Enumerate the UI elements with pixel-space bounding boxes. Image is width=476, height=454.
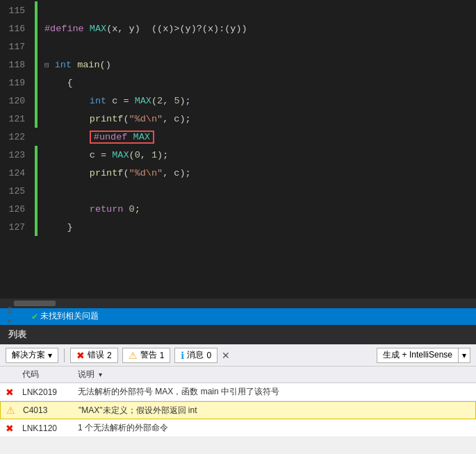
code-editor: 115 116 #define MAX(x, y) ((x)>(y)?(x):(… — [0, 0, 476, 299]
line-num-117: 117 — [0, 42, 35, 52]
check-icon: ✔ — [32, 310, 38, 322]
line-content-120: int c = MAX(2, 5); — [38, 96, 191, 106]
info-icon: ℹ — [181, 350, 184, 361]
line-num-116: 116 — [0, 24, 35, 34]
info-label: 消息 — [187, 349, 204, 361]
code-line-119: 119 { — [0, 74, 476, 92]
code-line-127: 127 } — [0, 218, 476, 236]
warning-filter-btn[interactable]: ⚠ 警告 1 — [122, 348, 171, 363]
error-row-icon-1: ⚠ — [6, 405, 23, 416]
error-row-desc-0: 无法解析的外部符号 MAX，函数 main 中引用了该符号 — [78, 386, 470, 398]
warning-label: 警告 — [140, 349, 157, 361]
error-panel-title: 列表 — [8, 328, 26, 341]
error-row-code-1: C4013 — [23, 405, 79, 415]
green-indicator — [35, 37, 38, 56]
line-num-126: 126 — [0, 204, 35, 215]
code-line-120: 120 int c = MAX(2, 5); — [0, 92, 476, 110]
error-filter-btn[interactable]: ✖ 错误 2 — [70, 348, 118, 363]
line-num-123: 123 — [0, 150, 35, 160]
error-rows: ✖ LNK2019 无法解析的外部符号 MAX，函数 main 中引用了该符号 … — [0, 383, 476, 437]
line-num-118: 118 — [0, 60, 35, 70]
code-line-123: 123 c = MAX(0, 1); — [0, 146, 476, 164]
error-panel-header: 列表 — [0, 325, 476, 344]
status-bar: 6 ▾ ✔ 未找到相关问题 — [0, 308, 476, 323]
filter-icon: ✕ — [222, 350, 230, 361]
code-line-116: 116 #define MAX(x, y) ((x)>(y)?(x):(y)) — [0, 19, 476, 37]
line-num-120: 120 — [0, 96, 35, 106]
line-num-119: 119 — [0, 78, 35, 88]
line-num-124: 124 — [0, 168, 35, 178]
line-content-127: } — [38, 222, 73, 233]
line-num-122: 122 — [0, 132, 35, 142]
desc-column-header[interactable]: 说明 ▾ — [78, 369, 470, 380]
warning-icon: ⚠ — [129, 350, 138, 361]
code-line-115: 115 — [0, 1, 476, 19]
line-num-121: 121 — [0, 114, 35, 124]
warning-icon-1: ⚠ — [6, 405, 15, 416]
error-row-c4013[interactable]: ⚠ C4013 "MAX"未定义；假设外部返回 int — [0, 401, 476, 419]
error-row-code-2: LNK1120 — [22, 423, 78, 433]
status-check: ✔ 未找到相关问题 — [32, 310, 99, 322]
green-indicator — [35, 182, 38, 200]
code-line-118: 118 ⊟ int main() — [0, 56, 476, 74]
build-intellisense-btn[interactable]: 生成 + IntelliSense ▾ — [377, 348, 470, 363]
error-icon: ✖ — [76, 350, 85, 361]
status-text: 未找到相关问题 — [40, 310, 99, 322]
error-icon-2: ✖ — [6, 423, 14, 434]
code-line-117: 117 — [0, 37, 476, 56]
info-count: 0 — [206, 351, 211, 360]
error-column-headers: 代码 说明 ▾ — [0, 367, 476, 383]
error-row-lnk1120[interactable]: ✖ LNK1120 1 个无法解析的外部命令 — [0, 419, 476, 437]
code-line-126: 126 return 0; — [0, 200, 476, 218]
green-indicator — [35, 1, 38, 19]
error-label: 错误 — [88, 349, 104, 361]
line-content-116: #define MAX(x, y) ((x)>(y)?(x):(y)) — [38, 24, 247, 34]
line-num-115: 115 — [0, 6, 35, 16]
error-toolbar: 解决方案 ▾ ✖ 错误 2 ⚠ 警告 1 ℹ 消息 0 ✕ 生成 + Intel… — [0, 344, 476, 367]
line-content-123: c = MAX(0, 1); — [38, 150, 168, 160]
warning-count: 1 — [160, 351, 165, 360]
error-panel: 列表 解决方案 ▾ ✖ 错误 2 ⚠ 警告 1 ℹ 消息 0 ✕ 生成 + In… — [0, 323, 476, 454]
build-label: 生成 + IntelliSense — [377, 349, 458, 361]
error-count: 2 — [107, 351, 112, 360]
error-row-code-0: LNK2019 — [22, 387, 78, 397]
line-content-119: { — [38, 78, 73, 88]
code-line-125: 125 — [0, 182, 476, 200]
horizontal-scrollbar[interactable] — [0, 299, 476, 308]
chevron-down-icon: ▾ — [48, 351, 52, 360]
line-content-124: printf("%d\n", c); — [38, 168, 191, 178]
code-line-122: 122 #undef MAX — [0, 128, 476, 146]
code-line-124: 124 printf("%d\n", c); — [0, 164, 476, 182]
error-row-lnk2019[interactable]: ✖ LNK2019 无法解析的外部符号 MAX，函数 main 中引用了该符号 — [0, 383, 476, 401]
error-row-desc-2: 1 个无法解析的外部命令 — [78, 422, 470, 434]
separator — [64, 348, 65, 362]
error-row-icon-0: ✖ — [6, 387, 22, 398]
error-row-desc-1: "MAX"未定义；假设外部返回 int — [79, 405, 470, 417]
code-lines: 115 116 #define MAX(x, y) ((x)>(y)?(x):(… — [0, 0, 476, 236]
solution-dropdown[interactable]: 解决方案 ▾ — [6, 348, 58, 363]
line-num-127: 127 — [0, 222, 35, 233]
code-column-header[interactable]: 代码 — [22, 369, 78, 380]
line-content-118: ⊟ int main() — [38, 60, 111, 70]
error-icon-0: ✖ — [6, 387, 14, 398]
error-row-icon-2: ✖ — [6, 423, 22, 434]
line-content-126: return 0; — [38, 204, 140, 215]
intellisense-dropdown-arrow[interactable]: ▾ — [458, 348, 470, 362]
info-filter-btn[interactable]: ℹ 消息 0 — [174, 348, 218, 363]
sort-arrow-icon: ▾ — [99, 371, 102, 378]
line-num-125: 125 — [0, 186, 35, 196]
